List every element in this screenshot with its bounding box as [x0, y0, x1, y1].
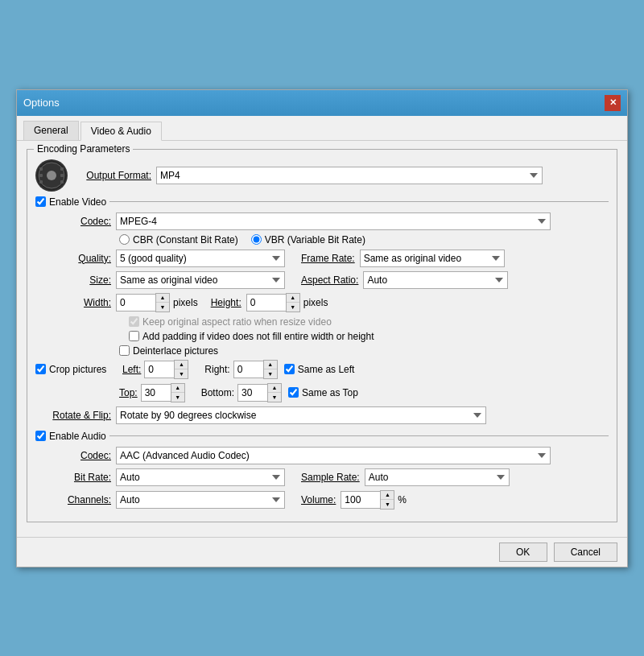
cbr-radio[interactable]: [119, 234, 130, 245]
width-down-button[interactable]: ▼: [156, 303, 169, 311]
height-up-button[interactable]: ▲: [287, 294, 299, 303]
channels-label: Channels:: [35, 494, 116, 505]
close-button[interactable]: ✕: [605, 95, 621, 111]
tab-general[interactable]: General: [23, 121, 79, 140]
same-as-left-checkbox[interactable]: [284, 364, 295, 374]
bit-rate-label: Bit Rate:: [35, 472, 116, 483]
crop-left-right-row: Crop pictures Left: ▲ ▼ Right: ▲ ▼: [35, 360, 609, 379]
output-format-select[interactable]: MP4 AVI MKV MOV WMV: [156, 167, 543, 184]
enable-video-section: Enable Video: [35, 196, 609, 208]
volume-input[interactable]: [341, 491, 381, 509]
left-up-button[interactable]: ▲: [175, 361, 188, 369]
audio-codec-select[interactable]: AAC (Advanced Audio Codec) MP3 WAV OGG: [116, 447, 551, 464]
left-label: Left:: [122, 364, 141, 375]
quality-framerate-row: Quality: 5 (good quality) 1 (worst quali…: [35, 250, 609, 267]
vbr-option[interactable]: VBR (Variable Bit Rate): [251, 234, 365, 245]
cancel-button[interactable]: Cancel: [554, 543, 617, 562]
height-spinner-buttons: ▲ ▼: [286, 293, 300, 312]
right-input[interactable]: [233, 361, 264, 378]
cbr-label: CBR (Constant Bit Rate): [133, 234, 238, 245]
left-spinner-buttons: ▲ ▼: [174, 360, 188, 379]
enable-video-line: [109, 201, 609, 202]
bottom-down-button[interactable]: ▼: [268, 393, 281, 402]
rotate-flip-row: Rotate & Flip: Rotate by 90 degrees cloc…: [35, 406, 609, 424]
bottom-up-button[interactable]: ▲: [268, 384, 281, 393]
width-up-button[interactable]: ▲: [156, 294, 169, 303]
size-select[interactable]: Same as original video Custom 320x240 64…: [116, 271, 285, 289]
quality-select[interactable]: 5 (good quality) 1 (worst quality) 10 (b…: [116, 250, 285, 267]
enable-video-label[interactable]: Enable Video: [49, 196, 106, 208]
sample-rate-select[interactable]: Auto 22050 Hz 44100 Hz 48000 Hz: [365, 468, 510, 486]
keep-aspect-label: Keep original aspect ratio when resize v…: [142, 316, 332, 328]
height-down-button[interactable]: ▼: [287, 303, 299, 311]
right-up-button[interactable]: ▲: [264, 361, 277, 369]
top-up-button[interactable]: ▲: [171, 384, 184, 393]
left-spinner: ▲ ▼: [144, 360, 188, 379]
top-label: Top:: [119, 387, 138, 398]
width-spinner: ▲ ▼: [116, 293, 170, 312]
crop-top-bottom-row: Top: ▲ ▼ Bottom: ▲ ▼: [35, 383, 609, 402]
svg-rect-4: [39, 180, 43, 184]
encoding-parameters-group: Encoding Parameters: [27, 149, 617, 522]
codec-select[interactable]: MPEG-4 H.264 H.265: [116, 212, 551, 230]
audio-codec-label: Codec:: [35, 450, 116, 461]
crop-checkbox[interactable]: [35, 364, 46, 374]
svg-rect-3: [39, 174, 43, 177]
size-label: Size:: [35, 274, 116, 286]
width-input[interactable]: [116, 294, 156, 311]
ok-button[interactable]: OK: [499, 543, 547, 562]
same-as-left-label: Same as Left: [298, 364, 355, 375]
height-label: Height:: [211, 297, 242, 308]
dialog-title: Options: [23, 97, 60, 109]
vbr-label: VBR (Variable Bit Rate): [265, 234, 365, 245]
right-down-button[interactable]: ▼: [264, 369, 277, 378]
channels-select[interactable]: Auto Mono Stereo: [116, 491, 285, 509]
left-down-button[interactable]: ▼: [175, 369, 188, 378]
svg-point-1: [47, 171, 56, 180]
size-aspect-row: Size: Same as original video Custom 320x…: [35, 271, 609, 289]
left-input[interactable]: [144, 361, 175, 378]
volume-spinner-buttons: ▲ ▼: [380, 490, 394, 510]
top-input[interactable]: [141, 384, 171, 402]
frame-rate-select[interactable]: Same as original video 15 24 25 30: [360, 250, 505, 267]
audio-codec-row: Codec: AAC (Advanced Audio Codec) MP3 WA…: [35, 447, 609, 464]
add-padding-row: Add padding if video does not fill entir…: [35, 331, 609, 342]
rotate-flip-label: Rotate & Flip:: [35, 410, 116, 421]
bottom-label: Bottom:: [201, 387, 234, 398]
crop-label: Crop pictures: [49, 364, 106, 375]
keep-aspect-checkbox[interactable]: [129, 316, 139, 327]
svg-rect-6: [60, 174, 64, 177]
svg-rect-7: [60, 180, 64, 184]
film-icon: [35, 159, 68, 192]
sample-rate-label: Sample Rate:: [301, 472, 360, 483]
title-bar: Options ✕: [17, 90, 627, 116]
top-spinner: ▲ ▼: [141, 383, 185, 402]
frame-rate-label: Frame Rate:: [301, 253, 355, 264]
same-as-top-checkbox[interactable]: [288, 387, 299, 398]
width-height-row: Width: ▲ ▼ pixels Height: ▲ ▼: [35, 293, 609, 312]
bottom-input[interactable]: [237, 384, 268, 402]
width-label: Width:: [35, 297, 116, 308]
vbr-radio[interactable]: [251, 234, 262, 245]
deinterlace-label: Deinterlace pictures: [133, 345, 218, 357]
aspect-ratio-select[interactable]: Auto 4:3 16:9 16:10: [363, 271, 508, 289]
bit-rate-select[interactable]: Auto 64k 128k 192k 256k 320k: [116, 468, 285, 486]
channels-volume-row: Channels: Auto Mono Stereo Volume: ▲ ▼ %: [35, 490, 609, 510]
top-down-button[interactable]: ▼: [171, 393, 184, 402]
rotate-flip-select[interactable]: Rotate by 90 degrees clockwise No rotati…: [116, 406, 486, 424]
add-padding-label: Add padding if video does not fill entir…: [142, 331, 374, 342]
deinterlace-checkbox[interactable]: [119, 345, 130, 356]
enable-video-checkbox[interactable]: [35, 196, 46, 207]
enable-audio-checkbox[interactable]: [35, 431, 46, 441]
add-padding-checkbox[interactable]: [129, 331, 139, 341]
enable-audio-section: Enable Audio: [35, 431, 609, 442]
deinterlace-row: Deinterlace pictures: [35, 345, 609, 357]
same-as-top-label: Same as Top: [302, 387, 358, 398]
tab-video-audio[interactable]: Video & Audio: [80, 122, 162, 141]
volume-up-button[interactable]: ▲: [381, 491, 394, 500]
height-pixels-label: pixels: [303, 297, 328, 308]
height-input[interactable]: [246, 294, 287, 311]
enable-audio-label[interactable]: Enable Audio: [49, 431, 106, 442]
volume-down-button[interactable]: ▼: [381, 500, 394, 509]
cbr-option[interactable]: CBR (Constant Bit Rate): [119, 234, 238, 245]
